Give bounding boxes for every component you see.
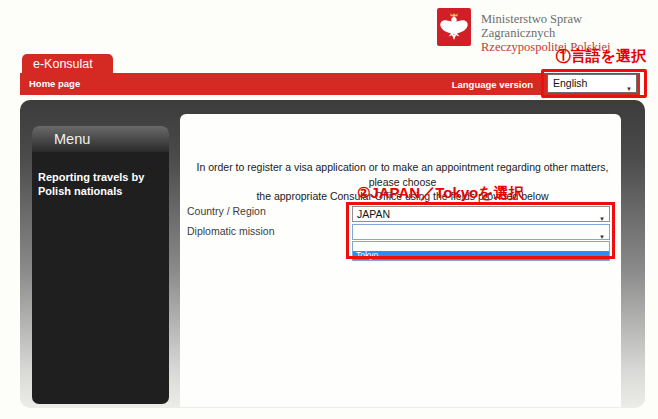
language-select-value: English — [553, 77, 587, 89]
home-page-link[interactable]: Home page — [29, 78, 80, 89]
sidebar-menu: Menu Reporting travels by Polish nationa… — [32, 126, 169, 404]
sidebar-item-reporting-travels[interactable]: Reporting travels by Polish nationals — [32, 152, 169, 199]
tab-e-konsulat[interactable]: e-Konsulat — [22, 54, 113, 74]
annotation-step1: ①言語を選択 — [556, 47, 646, 66]
menu-header: Menu — [32, 126, 169, 152]
polish-eagle-emblem — [437, 8, 471, 46]
diplomatic-mission-label: Diplomatic mission — [187, 225, 275, 237]
country-region-select[interactable]: JAPAN ▼ — [352, 206, 610, 222]
dropdown-option-empty[interactable] — [353, 242, 609, 251]
language-select[interactable]: English ▼ — [547, 74, 637, 93]
country-region-label: Country / Region — [187, 205, 266, 217]
language-version-label: Language version — [452, 79, 533, 90]
annotation-step2: ②JAPAN／Tokyoを選択 — [357, 184, 524, 203]
country-region-select-value: JAPAN — [357, 208, 390, 220]
dropdown-option-tokyo[interactable]: Tokyo — [353, 251, 609, 260]
diplomatic-mission-dropdown-list: Tokyo — [352, 241, 610, 261]
ministry-line1: Ministerstwo Spraw Zagranicznych — [481, 12, 658, 40]
dropdown-arrow-icon: ▼ — [626, 81, 632, 98]
diplomatic-mission-select[interactable]: ▼ — [352, 224, 610, 240]
